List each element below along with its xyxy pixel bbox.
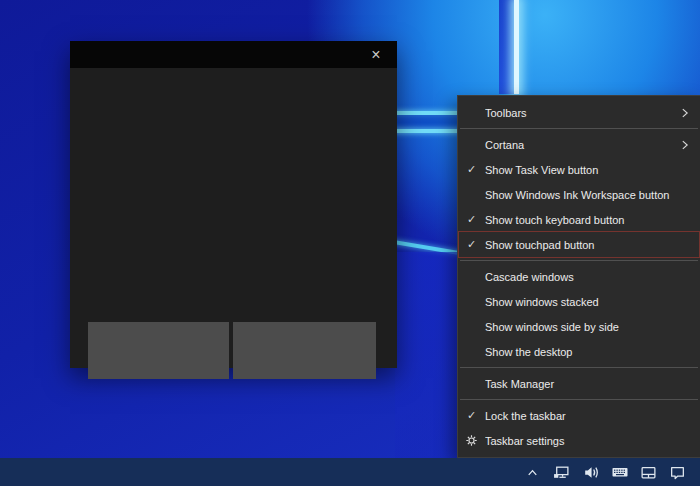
wallpaper-beam	[395, 129, 459, 133]
menu-item-show-ink-workspace[interactable]: Show Windows Ink Workspace button	[458, 182, 700, 207]
menu-item-show-touchpad[interactable]: ✓ Show touchpad button	[458, 232, 700, 257]
menu-separator	[460, 260, 698, 261]
close-button[interactable]: ×	[355, 41, 397, 68]
left-click-button[interactable]	[88, 322, 229, 379]
gear-icon	[458, 434, 485, 447]
taskbar[interactable]	[0, 458, 700, 486]
action-center-icon[interactable]	[663, 458, 692, 486]
menu-item-label: Toolbars	[485, 107, 678, 119]
checkmark-icon: ✓	[458, 409, 485, 422]
right-click-button[interactable]	[233, 322, 376, 379]
virtual-touchpad-window: ×	[70, 41, 397, 368]
menu-separator	[460, 399, 698, 400]
wallpaper-beam-gap	[395, 115, 459, 129]
menu-item-cortana[interactable]: Cortana	[458, 132, 700, 157]
window-titlebar[interactable]: ×	[70, 41, 397, 68]
touch-keyboard-icon[interactable]	[605, 458, 634, 486]
menu-item-toolbars[interactable]: Toolbars	[458, 100, 700, 125]
menu-item-label: Task Manager	[485, 378, 700, 390]
wallpaper-vertical-beam	[514, 0, 519, 94]
menu-item-show-windows-stacked[interactable]: Show windows stacked	[458, 289, 700, 314]
menu-item-taskbar-settings[interactable]: Taskbar settings	[458, 428, 700, 453]
volume-icon[interactable]	[576, 458, 605, 486]
menu-item-label: Lock the taskbar	[485, 410, 700, 422]
menu-item-show-the-desktop[interactable]: Show the desktop	[458, 339, 700, 364]
taskbar-context-menu: Toolbars Cortana ✓ Show Task View button…	[457, 95, 700, 458]
checkmark-icon: ✓	[458, 213, 485, 226]
wallpaper-beam-shadow	[499, 0, 514, 94]
menu-item-label: Show touch keyboard button	[485, 214, 700, 226]
menu-item-label: Show Windows Ink Workspace button	[485, 189, 700, 201]
menu-item-show-touch-keyboard[interactable]: ✓ Show touch keyboard button	[458, 207, 700, 232]
menu-item-label: Show windows stacked	[485, 296, 700, 308]
checkmark-icon: ✓	[458, 163, 485, 176]
menu-item-cascade-windows[interactable]: Cascade windows	[458, 264, 700, 289]
desktop: × Toolbars Cortana ✓ Show Task View butt…	[0, 0, 700, 486]
wallpaper-light-beams	[395, 0, 459, 458]
menu-item-show-task-view[interactable]: ✓ Show Task View button	[458, 157, 700, 182]
touchpad-surface[interactable]	[70, 68, 397, 368]
hidden-icons-chevron[interactable]	[518, 458, 547, 486]
menu-item-label: Show touchpad button	[485, 239, 700, 251]
touchpad-icon[interactable]	[634, 458, 663, 486]
menu-separator	[460, 367, 698, 368]
submenu-arrow-icon	[678, 106, 700, 120]
menu-item-label: Show Task View button	[485, 164, 700, 176]
menu-item-label: Cascade windows	[485, 271, 700, 283]
menu-item-label: Cortana	[485, 139, 678, 151]
menu-item-label: Show windows side by side	[485, 321, 700, 333]
network-icon[interactable]	[547, 458, 576, 486]
wallpaper-shade	[395, 252, 459, 458]
menu-item-label: Show the desktop	[485, 346, 700, 358]
menu-item-show-windows-side-by-side[interactable]: Show windows side by side	[458, 314, 700, 339]
menu-item-label: Taskbar settings	[485, 435, 700, 447]
menu-separator	[460, 128, 698, 129]
menu-item-lock-the-taskbar[interactable]: ✓ Lock the taskbar	[458, 403, 700, 428]
menu-item-task-manager[interactable]: Task Manager	[458, 371, 700, 396]
submenu-arrow-icon	[678, 138, 700, 152]
checkmark-icon: ✓	[458, 238, 485, 251]
